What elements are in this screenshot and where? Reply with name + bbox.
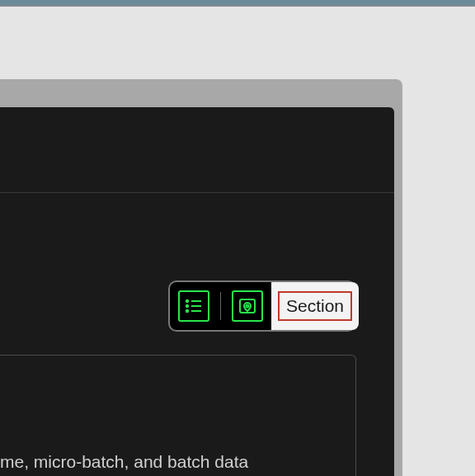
list-icon [184,296,204,316]
icon-group [170,290,271,322]
list-view-button[interactable] [178,290,209,322]
section-label: Section [278,291,352,321]
view-toolbar: Section [168,280,356,332]
window-top-strip [0,0,475,7]
toolbar-separator [220,292,221,320]
svg-point-1 [186,305,188,307]
main-panel: Section me, micro-batch, and batch data [0,107,394,476]
svg-point-2 [186,310,188,312]
section-tab[interactable]: Section [271,282,359,330]
svg-point-0 [186,300,188,302]
map-view-button[interactable] [232,290,263,322]
map-pin-icon [238,296,257,316]
svg-point-7 [247,305,249,308]
header-divider [0,192,394,193]
content-text-line: me, micro-batch, and batch data [0,452,248,472]
panel-container: Section me, micro-batch, and batch data [0,79,402,476]
